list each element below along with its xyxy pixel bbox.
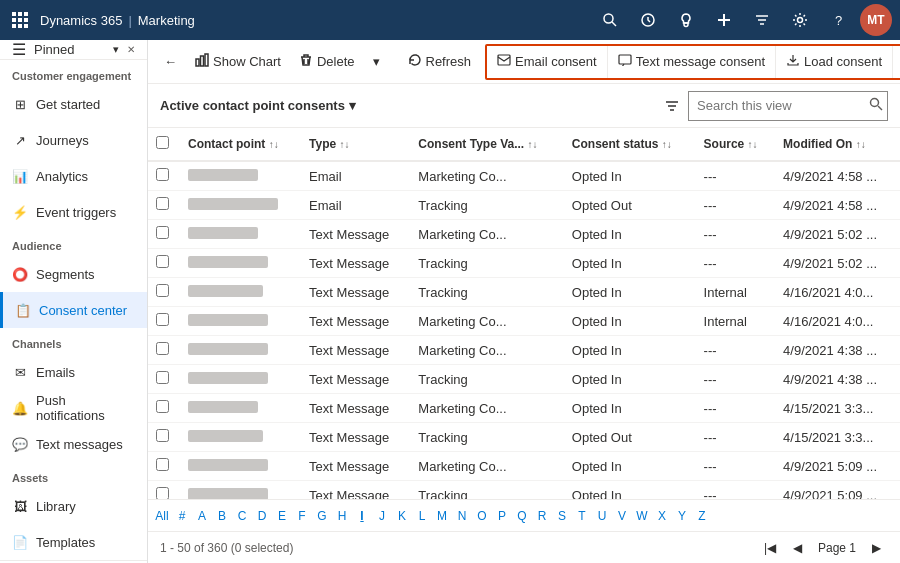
alpha-item-n[interactable]: N	[452, 502, 472, 530]
back-button[interactable]: ←	[156, 46, 185, 78]
sidebar-item-journeys[interactable]: ↗ Journeys	[0, 122, 147, 158]
row-checkbox[interactable]	[156, 255, 169, 268]
help-lightbulb-icon[interactable]	[670, 4, 702, 36]
row-checkbox[interactable]	[156, 429, 169, 442]
row-checkbox[interactable]	[156, 197, 169, 210]
col-source[interactable]: Source ↑↓	[696, 128, 776, 161]
alpha-item-t[interactable]: T	[572, 502, 592, 530]
row-checkbox[interactable]	[156, 226, 169, 239]
alpha-item-c[interactable]: C	[232, 502, 252, 530]
text-message-consent-button[interactable]: Text message consent	[607, 46, 775, 78]
row-checkbox-cell	[148, 336, 180, 365]
table-row[interactable]: Text Message Tracking Opted Out --- 4/15…	[148, 423, 900, 452]
alpha-item-s[interactable]: S	[552, 502, 572, 530]
alpha-item-o[interactable]: O	[472, 502, 492, 530]
sidebar-item-push-notifications[interactable]: 🔔 Push notifications	[0, 390, 147, 426]
row-checkbox[interactable]	[156, 371, 169, 384]
col-consent-status[interactable]: Consent status ↑↓	[564, 128, 696, 161]
refresh-button[interactable]: Refresh	[400, 46, 480, 78]
alpha-item-u[interactable]: U	[592, 502, 612, 530]
table-row[interactable]: Email Marketing Co... Opted In --- 4/9/2…	[148, 161, 900, 191]
sidebar-item-analytics[interactable]: 📊 Analytics	[0, 158, 147, 194]
select-all-checkbox[interactable]	[156, 136, 169, 149]
delete-dropdown-button[interactable]: ▾	[365, 46, 388, 78]
templates-icon: 📄	[12, 534, 28, 550]
svg-rect-19	[498, 55, 510, 65]
row-checkbox[interactable]	[156, 400, 169, 413]
more-options-button[interactable]: ⋮	[892, 46, 900, 78]
sidebar-item-segments[interactable]: ⭕ Segments	[0, 256, 147, 292]
sidebar-item-event-triggers[interactable]: ⚡ Event triggers	[0, 194, 147, 230]
row-checkbox[interactable]	[156, 313, 169, 326]
alpha-item-m[interactable]: M	[432, 502, 452, 530]
alpha-item-r[interactable]: R	[532, 502, 552, 530]
filter-icon[interactable]	[746, 4, 778, 36]
show-chart-button[interactable]: Show Chart	[187, 46, 289, 78]
alpha-item-p[interactable]: P	[492, 502, 512, 530]
clock-icon[interactable]	[632, 4, 664, 36]
alpha-item-#[interactable]: #	[172, 502, 192, 530]
alpha-item-a[interactable]: A	[192, 502, 212, 530]
load-consent-button[interactable]: Load consent	[775, 46, 892, 78]
alpha-item-y[interactable]: Y	[672, 502, 692, 530]
view-title-chevron-icon[interactable]: ▾	[349, 98, 356, 113]
sidebar-item-get-started[interactable]: ⊞ Get started	[0, 86, 147, 122]
alpha-item-g[interactable]: G	[312, 502, 332, 530]
row-consent-status: Opted In	[564, 394, 696, 423]
sidebar-item-text-messages[interactable]: 💬 Text messages	[0, 426, 147, 462]
table-row[interactable]: Text Message Tracking Opted In Internal …	[148, 278, 900, 307]
app-brand: Dynamics 365 | Marketing	[40, 13, 195, 28]
col-type[interactable]: Type ↑↓	[301, 128, 410, 161]
table-row[interactable]: Text Message Marketing Co... Opted In --…	[148, 220, 900, 249]
table-row[interactable]: Email Tracking Opted Out --- 4/9/2021 4:…	[148, 191, 900, 220]
alpha-item-q[interactable]: Q	[512, 502, 532, 530]
row-checkbox[interactable]	[156, 342, 169, 355]
table-row[interactable]: Text Message Marketing Co... Opted In In…	[148, 307, 900, 336]
sidebar-item-library[interactable]: 🖼 Library	[0, 488, 147, 524]
plus-icon[interactable]	[708, 4, 740, 36]
prev-page-button[interactable]: ◀	[786, 536, 810, 560]
settings-icon[interactable]	[784, 4, 816, 36]
sidebar-toggle[interactable]: ☰ Pinned ▾ ✕	[0, 40, 147, 60]
alpha-item-d[interactable]: D	[252, 502, 272, 530]
grid-icon[interactable]	[8, 8, 32, 32]
alpha-item-b[interactable]: B	[212, 502, 232, 530]
table-row[interactable]: Text Message Marketing Co... Opted In --…	[148, 452, 900, 481]
alpha-item-all[interactable]: All	[152, 502, 172, 530]
table-row[interactable]: Text Message Tracking Opted In --- 4/9/2…	[148, 249, 900, 278]
sidebar-item-consent-center[interactable]: 📋 Consent center	[0, 292, 147, 328]
col-contact-point[interactable]: Contact point ↑↓	[180, 128, 301, 161]
search-input[interactable]	[697, 98, 865, 113]
avatar[interactable]: MT	[860, 4, 892, 36]
table-row[interactable]: Text Message Marketing Co... Opted In --…	[148, 394, 900, 423]
email-consent-button[interactable]: Email consent	[487, 46, 607, 78]
alpha-item-j[interactable]: J	[372, 502, 392, 530]
col-consent-type[interactable]: Consent Type Va... ↑↓	[410, 128, 563, 161]
next-page-button[interactable]: ▶	[864, 536, 888, 560]
search-icon[interactable]	[594, 4, 626, 36]
row-checkbox[interactable]	[156, 487, 169, 499]
col-modified-on[interactable]: Modified On ↑↓	[775, 128, 900, 161]
alpha-item-l[interactable]: L	[412, 502, 432, 530]
table-row[interactable]: Text Message Marketing Co... Opted In --…	[148, 336, 900, 365]
row-checkbox[interactable]	[156, 168, 169, 181]
row-checkbox[interactable]	[156, 284, 169, 297]
sidebar-item-templates[interactable]: 📄 Templates	[0, 524, 147, 560]
first-page-button[interactable]: |◀	[758, 536, 782, 560]
alpha-item-e[interactable]: E	[272, 502, 292, 530]
alpha-item-f[interactable]: F	[292, 502, 312, 530]
alpha-item-h[interactable]: H	[332, 502, 352, 530]
view-filter-icon[interactable]	[656, 90, 688, 122]
alpha-item-i[interactable]: I	[352, 502, 372, 530]
alpha-item-z[interactable]: Z	[692, 502, 712, 530]
table-row[interactable]: Text Message Tracking Opted In --- 4/9/2…	[148, 481, 900, 500]
question-icon[interactable]: ?	[822, 4, 854, 36]
table-row[interactable]: Text Message Tracking Opted In --- 4/9/2…	[148, 365, 900, 394]
alpha-item-x[interactable]: X	[652, 502, 672, 530]
alpha-item-v[interactable]: V	[612, 502, 632, 530]
sidebar-item-emails[interactable]: ✉ Emails	[0, 354, 147, 390]
alpha-item-k[interactable]: K	[392, 502, 412, 530]
alpha-item-w[interactable]: W	[632, 502, 652, 530]
row-checkbox[interactable]	[156, 458, 169, 471]
delete-button[interactable]: Delete	[291, 46, 363, 78]
